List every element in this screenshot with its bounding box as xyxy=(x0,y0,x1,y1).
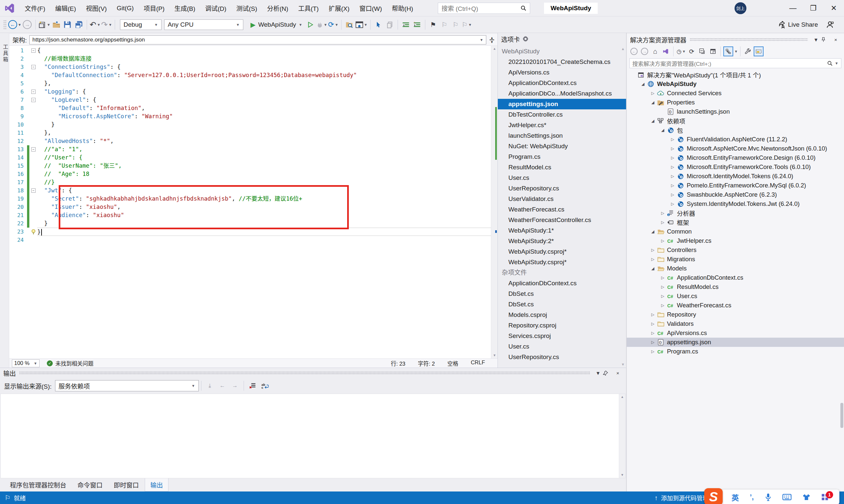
save-all-button[interactable] xyxy=(73,19,84,31)
clear-output-button[interactable] xyxy=(247,380,258,391)
previous-bookmark-button[interactable]: ⚐ xyxy=(439,19,450,31)
code-text[interactable]: } xyxy=(37,219,491,228)
toolbox-tab[interactable]: 工具箱 xyxy=(1,44,9,63)
line-number[interactable]: 5 xyxy=(9,79,27,88)
bottom-tab-输出[interactable]: 输出 xyxy=(145,478,169,491)
tree-collapsed-arrow-icon[interactable]: ▷ xyxy=(669,146,676,151)
tree-item[interactable]: ▷Validators xyxy=(627,319,844,328)
fold-margin[interactable] xyxy=(29,137,37,145)
line-number[interactable]: 13 xyxy=(9,145,27,154)
open-document-item[interactable]: NuGet: WebApiStudy xyxy=(498,141,626,151)
tree-collapsed-arrow-icon[interactable]: ▷ xyxy=(659,285,666,289)
open-document-item[interactable]: appsettings.json xyxy=(498,99,626,109)
fold-margin[interactable]: − xyxy=(29,145,37,154)
tree-item[interactable]: ▷C#WeatherForecast.cs xyxy=(627,301,844,310)
tree-item[interactable]: ▷C#ResultModel.cs xyxy=(627,282,844,291)
caret-column-indicator[interactable]: 字符: 2 xyxy=(418,359,435,367)
open-document-item[interactable]: Repository.csproj xyxy=(498,320,626,331)
navigate-forward-button[interactable]: → xyxy=(22,19,33,31)
tree-item[interactable]: ▷Microsoft.EntityFrameworkCore.Tools (6.… xyxy=(627,162,844,172)
open-document-item[interactable]: 20221020101704_CreateSchema.cs xyxy=(498,57,626,67)
line-number[interactable]: 7 xyxy=(9,96,27,104)
tree-item[interactable]: ▷System.IdentityModel.Tokens.Jwt (6.24.0… xyxy=(627,199,844,209)
code-line[interactable]: 21 "Audience": "xiaoshu" xyxy=(9,211,491,219)
sogou-ime-logo[interactable]: S xyxy=(704,488,723,504)
tree-item[interactable]: ▷Swashbuckle.AspNetCore (6.2.3) xyxy=(627,190,844,199)
solution-explorer-scrollbar[interactable] xyxy=(840,403,843,428)
tree-item[interactable]: ◢包 xyxy=(627,126,844,135)
fold-margin[interactable] xyxy=(29,79,37,88)
goto-message-button[interactable]: ⤓ xyxy=(204,380,216,391)
code-line[interactable]: 6− "Logging": { xyxy=(9,88,491,96)
keyboard-icon[interactable] xyxy=(782,494,792,500)
tree-collapsed-arrow-icon[interactable]: ▷ xyxy=(669,137,676,142)
scroll-up-icon[interactable]: ▲ xyxy=(621,47,625,51)
tree-collapsed-arrow-icon[interactable]: ▷ xyxy=(649,322,656,326)
code-line[interactable]: 24 xyxy=(9,236,491,244)
tree-item[interactable]: ▷C#Program.cs xyxy=(627,347,844,356)
open-document-item[interactable]: WebApiStudy:2* xyxy=(498,236,626,247)
fold-collapse-icon[interactable]: − xyxy=(31,147,36,151)
code-line[interactable]: 16 // "Age": 18 xyxy=(9,170,491,178)
solution-platform-dropdown[interactable]: Any CPU▼ xyxy=(164,19,243,30)
code-text[interactable]: } xyxy=(37,228,491,236)
tree-expanded-arrow-icon[interactable]: ◢ xyxy=(639,82,647,86)
tree-collapsed-arrow-icon[interactable]: ▷ xyxy=(659,220,666,224)
tree-item[interactable]: ◢Properties xyxy=(627,98,844,107)
menu-item-13[interactable]: 帮助(H) xyxy=(387,0,418,16)
code-text[interactable]: //} xyxy=(37,178,491,186)
code-text[interactable]: "Issuer": "xiaoshu", xyxy=(37,203,491,211)
solution-configuration-dropdown[interactable]: Debug▼ xyxy=(120,19,161,30)
menu-item-5[interactable]: 项目(P) xyxy=(139,0,170,16)
tree-collapsed-arrow-icon[interactable]: ▷ xyxy=(659,211,666,215)
tree-collapsed-arrow-icon[interactable]: ▷ xyxy=(669,192,676,197)
tree-item[interactable]: ▷i分析器 xyxy=(627,209,844,218)
line-number[interactable]: 1 xyxy=(9,47,27,55)
tree-expanded-arrow-icon[interactable]: ◢ xyxy=(659,128,666,132)
code-line[interactable]: 4 "DefaultConnection": "Server=127.0.0.1… xyxy=(9,71,491,79)
switch-views-icon[interactable] xyxy=(661,47,671,56)
code-line[interactable]: 12 "AllowedHosts": "*", xyxy=(9,137,491,145)
bottom-tab-即时窗口[interactable]: 即时窗口 xyxy=(108,478,144,491)
line-number[interactable]: 15 xyxy=(9,162,27,170)
panel-drag-texture[interactable] xyxy=(19,371,590,375)
line-number[interactable]: 19 xyxy=(9,195,27,203)
open-document-item[interactable]: Services.csproj xyxy=(498,331,626,341)
start-debugging-button[interactable]: ▶WebApiStudy▼ xyxy=(248,19,305,31)
code-line[interactable]: 19 "Secret": "sghkadhkabhahjbdskanladhnj… xyxy=(9,195,491,203)
code-line[interactable]: 8 "Default": "Information", xyxy=(9,104,491,112)
tree-collapsed-arrow-icon[interactable]: ▷ xyxy=(669,174,676,179)
fold-margin[interactable] xyxy=(29,55,37,63)
open-document-item[interactable]: ApiVersions.cs xyxy=(498,67,626,78)
indent-mode-indicator[interactable]: 空格 xyxy=(447,359,458,367)
gear-icon[interactable] xyxy=(522,36,529,42)
fold-margin[interactable] xyxy=(29,236,37,244)
toggle-bookmark-button[interactable]: ⚑ xyxy=(428,19,438,31)
tree-item[interactable]: ◢依赖项 xyxy=(627,116,844,126)
solx-back-icon[interactable]: ← xyxy=(629,47,639,56)
code-text[interactable]: //新增数据库连接 xyxy=(37,55,491,63)
tree-item[interactable]: 解决方案"WebApiStudy"(1 个项目/共 1 个) xyxy=(627,70,844,79)
open-document-item[interactable]: launchSettings.json xyxy=(498,130,626,141)
clear-bookmarks-button[interactable]: ⚐▼ xyxy=(462,19,472,31)
open-document-item[interactable]: ApplicationDbContext.cs xyxy=(498,278,626,289)
fold-collapse-icon[interactable]: − xyxy=(31,188,36,193)
restart-button[interactable]: ⟳▼ xyxy=(328,19,339,31)
tree-expanded-arrow-icon[interactable]: ◢ xyxy=(649,119,656,123)
fold-margin[interactable]: − xyxy=(29,63,37,71)
code-line[interactable]: 7− "LogLevel": { xyxy=(9,96,491,104)
line-number[interactable]: 14 xyxy=(9,154,27,162)
show-all-files-icon[interactable] xyxy=(754,47,763,56)
tree-collapsed-arrow-icon[interactable]: ▷ xyxy=(669,156,676,160)
line-number[interactable]: 8 xyxy=(9,104,27,112)
fold-collapse-icon[interactable]: − xyxy=(31,90,36,94)
fold-margin[interactable] xyxy=(29,129,37,137)
fold-margin[interactable]: − xyxy=(29,96,37,104)
code-line[interactable]: 3− "ConnectionStrings": { xyxy=(9,63,491,71)
ime-punctuation-toggle[interactable]: ’, xyxy=(750,493,754,501)
refresh-icon[interactable]: ⟳ xyxy=(687,47,696,56)
fold-margin[interactable] xyxy=(29,121,37,129)
tree-item[interactable]: ▷C#ApiVersions.cs xyxy=(627,328,844,338)
decrease-indent-button[interactable] xyxy=(400,19,411,31)
tree-item[interactable]: ▷Microsoft.AspNetCore.Mvc.NewtonsoftJson… xyxy=(627,144,844,153)
